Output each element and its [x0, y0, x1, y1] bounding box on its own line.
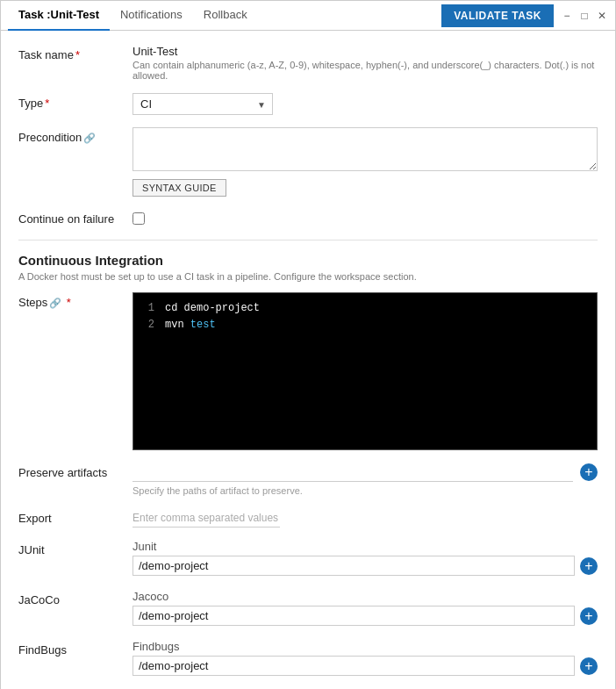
junit-label: JUnit — [18, 540, 133, 556]
steps-label: Steps🔗 * — [18, 292, 133, 309]
export-input[interactable] — [133, 508, 280, 528]
findbugs-row: FindBugs Findbugs + — [18, 640, 598, 678]
findbugs-path-input[interactable] — [133, 656, 575, 676]
tab-task-name: Unit-Test — [51, 8, 99, 21]
findbugs-sub-label: Findbugs — [133, 640, 598, 653]
tab-rollback-label: Rollback — [204, 8, 247, 21]
tab-rollback[interactable]: Rollback — [193, 1, 258, 31]
type-field: CI ▼ — [133, 93, 598, 115]
code-line-1: 1 cd demo-project — [140, 300, 590, 317]
steps-code-editor[interactable]: 1 cd demo-project 2 mvn test — [133, 292, 598, 450]
validate-task-button[interactable]: VALIDATE TASK — [441, 4, 554, 27]
line-num-2: 2 — [140, 317, 154, 334]
header-bar: Task :Unit-Test Notifications Rollback V… — [1, 1, 615, 31]
jacoco-sub-label: Jacoco — [133, 590, 598, 603]
continue-on-failure-field — [133, 209, 598, 227]
precondition-field: SYNTAX GUIDE — [133, 127, 598, 197]
preserve-artifacts-field: + Specify the paths of artifact to prese… — [133, 463, 598, 496]
type-select[interactable]: CI — [133, 93, 273, 115]
tab-notifications-label: Notifications — [120, 8, 183, 21]
preserve-artifacts-label: Preserve artifacts — [18, 463, 133, 479]
jacoco-path-row: + — [133, 606, 598, 626]
ci-section-title: Continuous Integration — [18, 253, 598, 268]
findbugs-path-row: + — [133, 656, 598, 676]
ci-section-hint: A Docker host must be set up to use a CI… — [18, 271, 598, 282]
task-name-hint: Can contain alphanumeric (a-z, A-Z, 0-9)… — [133, 60, 598, 81]
export-label: Export — [18, 508, 133, 525]
precondition-textarea[interactable] — [133, 127, 598, 171]
syntax-guide-button[interactable]: SYNTAX GUIDE — [133, 179, 226, 197]
steps-row: Steps🔗 * 1 cd demo-project 2 mvn test — [18, 292, 598, 450]
minimize-icon[interactable]: − — [561, 10, 573, 22]
export-row: Export — [18, 508, 598, 528]
junit-row: JUnit Junit + — [18, 540, 598, 578]
tab-task[interactable]: Task :Unit-Test — [8, 1, 110, 31]
window-controls: − □ ✕ — [561, 10, 608, 22]
steps-link-icon[interactable]: 🔗 — [49, 298, 61, 308]
code-content-2: mvn test — [165, 317, 216, 334]
section-divider — [18, 240, 598, 240]
steps-required: * — [63, 296, 71, 309]
preserve-artifacts-row: Preserve artifacts + Specify the paths o… — [18, 463, 598, 496]
task-name-row: Task name* Unit-Test Can contain alphanu… — [18, 45, 598, 81]
junit-field: Junit + — [133, 540, 598, 578]
precondition-link-icon[interactable]: 🔗 — [83, 133, 96, 143]
tab-task-label: Task : — [18, 8, 51, 21]
preserve-add-button[interactable]: + — [580, 463, 598, 481]
export-field — [133, 508, 598, 528]
type-select-wrapper: CI ▼ — [133, 93, 273, 115]
maximize-icon[interactable]: □ — [578, 10, 591, 22]
jacoco-add-button[interactable]: + — [580, 607, 598, 625]
continue-on-failure-checkbox[interactable] — [133, 212, 145, 225]
jacoco-row: JaCoCo Jacoco + — [18, 590, 598, 628]
jacoco-field: Jacoco + — [133, 590, 598, 628]
findbugs-label: FindBugs — [18, 640, 133, 657]
junit-path-row: + — [133, 556, 598, 576]
junit-sub-label: Junit — [133, 540, 598, 553]
findbugs-add-button[interactable]: + — [580, 657, 598, 675]
precondition-row: Precondition🔗 SYNTAX GUIDE — [18, 127, 598, 197]
task-name-value: Unit-Test — [133, 45, 598, 58]
preserve-hint: Specify the paths of artifact to preserv… — [133, 485, 598, 496]
junit-add-button[interactable]: + — [580, 557, 598, 575]
precondition-label: Precondition🔗 — [18, 127, 133, 144]
content-area: Task name* Unit-Test Can contain alphanu… — [1, 31, 615, 689]
jacoco-label: JaCoCo — [18, 590, 133, 606]
type-row: Type* CI ▼ — [18, 93, 598, 115]
task-name-label: Task name* — [18, 45, 133, 61]
jacoco-path-input[interactable] — [133, 606, 575, 626]
required-indicator: * — [75, 48, 80, 61]
continue-on-failure-row: Continue on failure — [18, 209, 598, 227]
close-icon[interactable]: ✕ — [596, 10, 608, 22]
line-num-1: 1 — [140, 300, 154, 317]
task-name-field: Unit-Test Can contain alphanumeric (a-z,… — [133, 45, 598, 81]
continue-on-failure-label: Continue on failure — [18, 209, 133, 226]
preserve-artifacts-input[interactable] — [133, 463, 573, 482]
type-label: Type* — [18, 93, 133, 110]
tab-notifications[interactable]: Notifications — [110, 1, 193, 31]
junit-path-input[interactable] — [133, 556, 575, 576]
code-test-keyword: test — [190, 319, 216, 331]
preserve-artifacts-input-row: + — [133, 463, 598, 482]
code-content-1: cd demo-project — [165, 300, 260, 317]
findbugs-field: Findbugs + — [133, 640, 598, 678]
steps-field: 1 cd demo-project 2 mvn test — [133, 292, 598, 450]
type-required: * — [45, 97, 49, 110]
main-window: Task :Unit-Test Notifications Rollback V… — [0, 0, 616, 689]
code-line-2: 2 mvn test — [140, 317, 590, 334]
